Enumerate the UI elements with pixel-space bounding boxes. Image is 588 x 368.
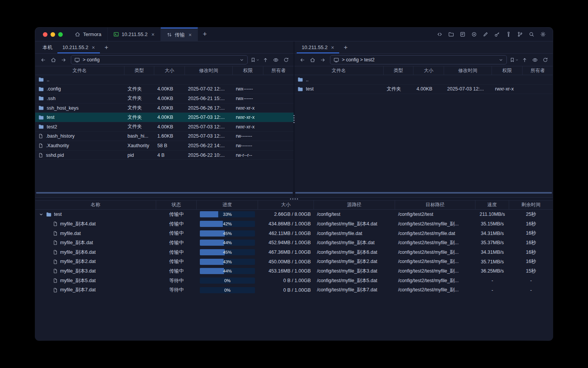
new-panel-tab-button[interactable]: + xyxy=(100,41,113,53)
close-tab-icon[interactable]: × xyxy=(92,45,95,50)
file-name: .bash_history xyxy=(46,133,75,139)
flashlight-icon[interactable] xyxy=(504,30,513,39)
panel-tab[interactable]: 本机 xyxy=(38,41,57,53)
titlebar-tab[interactable]: Termora xyxy=(69,28,108,41)
panel-tab-bar: 10.211.55.2×+ xyxy=(294,41,553,54)
folder-icon[interactable] xyxy=(446,30,456,39)
transfer-splitter[interactable] xyxy=(35,197,553,200)
column-header[interactable]: 修改时间 xyxy=(185,66,233,75)
file-row[interactable]: ssh_host_keys文件夹4.00KB2025-06-26 17:...r… xyxy=(35,104,294,113)
monitor-icon xyxy=(74,57,80,63)
column-header[interactable]: 文件名 xyxy=(35,66,124,75)
branch-icon[interactable] xyxy=(515,30,524,39)
home-button[interactable] xyxy=(49,55,58,64)
transfer-row[interactable]: myfile_副本.dat传输中44%452.94MB / 1.00GB/con… xyxy=(35,238,553,248)
column-header[interactable]: 名称 xyxy=(35,200,156,209)
column-header[interactable]: 状态 xyxy=(156,200,197,209)
close-tab-icon[interactable]: × xyxy=(331,45,334,50)
log-icon[interactable] xyxy=(458,30,467,39)
column-header[interactable]: 权限 xyxy=(492,66,523,75)
back-button[interactable] xyxy=(38,55,47,64)
column-header[interactable]: 大小 xyxy=(154,66,185,75)
refresh-button[interactable] xyxy=(281,55,291,64)
progress-label: 45% xyxy=(200,249,255,255)
column-header[interactable]: 文件名 xyxy=(294,66,384,75)
show-hidden-button[interactable] xyxy=(530,55,539,64)
column-header[interactable]: 修改时间 xyxy=(444,66,492,75)
transfer-target: /config/test2/test/myfile_副... xyxy=(395,276,475,286)
transfer-row[interactable]: myfile_副本6.dat传输中45%467.36MB / 1.00GB/co… xyxy=(35,248,553,257)
chevron-down-icon[interactable] xyxy=(239,58,244,62)
column-header[interactable]: 速度 xyxy=(475,200,509,209)
transfer-size: 0 B / 1.00GB xyxy=(258,286,314,295)
column-header[interactable]: 类型 xyxy=(124,66,154,75)
upload-button[interactable] xyxy=(261,55,270,64)
new-tab-button[interactable]: + xyxy=(198,28,212,41)
show-hidden-button[interactable] xyxy=(271,55,280,64)
splitter-grip-icon[interactable] xyxy=(290,199,298,200)
transfer-row[interactable]: test传输中33%2.66GB / 8.00GB/config/test/co… xyxy=(35,210,553,219)
column-header[interactable]: 大小 xyxy=(413,66,444,75)
file-row[interactable]: test文件夹4.00KB2025-07-03 12:...rwxr-xr-x xyxy=(35,113,294,122)
column-header[interactable]: 类型 xyxy=(384,66,413,75)
transfer-row[interactable]: myfile.dat传输中45%462.11MB / 1.00GB/config… xyxy=(35,228,553,238)
record-icon[interactable] xyxy=(469,30,479,39)
column-header[interactable]: 源路径 xyxy=(314,200,395,209)
home-button[interactable] xyxy=(308,55,317,64)
panel-tab[interactable]: 10.211.55.2× xyxy=(57,41,100,53)
transfer-target: /config/test2/test/myfile_副... xyxy=(395,248,475,257)
column-header[interactable]: 大小 xyxy=(258,200,314,209)
expand-chevron-icon[interactable] xyxy=(38,212,44,217)
column-header[interactable]: 所有者 xyxy=(523,66,553,75)
bookmark-button[interactable] xyxy=(510,55,519,64)
refresh-button[interactable] xyxy=(541,55,550,64)
close-tab-icon[interactable]: × xyxy=(189,32,192,38)
file-row[interactable]: .bash_historybash_hi...1.60KB2025-07-03 … xyxy=(35,132,294,141)
titlebar-tab[interactable]: 传输× xyxy=(161,28,198,41)
column-header[interactable]: 剩余时间 xyxy=(509,200,553,209)
column-header[interactable]: 权限 xyxy=(233,66,263,75)
file-row[interactable]: .. xyxy=(35,75,294,85)
path-field[interactable]: > config > test2 xyxy=(330,55,507,64)
file-row[interactable]: sshd.pidpid4 B2025-06-22 10:...rw-r--r-- xyxy=(35,151,294,160)
code-icon[interactable] xyxy=(435,30,444,39)
splitter-grip-icon[interactable] xyxy=(294,115,295,123)
file-row[interactable]: test2文件夹4.00KB2025-07-03 12:...rwxr-xr-x xyxy=(35,122,294,132)
forward-button[interactable] xyxy=(318,55,327,64)
transfer-row[interactable]: myfile_副本5.dat等待中0%0 B / 1.00GB/config/t… xyxy=(35,276,553,286)
titlebar-tab[interactable]: 10.211.55.2× xyxy=(108,28,161,41)
search-icon[interactable] xyxy=(527,30,536,39)
back-button[interactable] xyxy=(297,55,307,64)
transfer-row[interactable]: myfile_副本4.dat传输中42%434.86MB / 1.00GB/co… xyxy=(35,219,553,229)
new-panel-tab-button[interactable]: + xyxy=(339,41,352,53)
file-row[interactable]: test文件夹4.00KB2025-07-03 12:...rwxr-xr-x xyxy=(294,85,553,94)
file-row[interactable]: .config文件夹4.00KB2025-07-02 12:...rwx----… xyxy=(35,85,294,94)
file-row[interactable]: .ssh文件夹4.00KB2025-06-21 15:...rwx------ xyxy=(35,94,294,104)
panel-tab[interactable]: 10.211.55.2× xyxy=(297,41,339,53)
transfer-row[interactable]: myfile_副本7.dat等待中0%0 B / 1.00GB/config/t… xyxy=(35,286,553,295)
file-name: .. xyxy=(47,77,49,82)
column-header[interactable]: 进度 xyxy=(197,200,258,209)
horizontal-scrollbar[interactable] xyxy=(295,192,552,194)
key-icon[interactable] xyxy=(492,30,501,39)
bookmark-button[interactable] xyxy=(250,55,260,64)
column-header[interactable]: 目标路径 xyxy=(395,200,475,209)
transfer-speed: 211.10MB/s xyxy=(475,210,509,219)
file-row[interactable]: .XauthorityXauthority58 B2025-06-22 14:.… xyxy=(35,141,294,151)
chevron-down-icon[interactable] xyxy=(498,58,503,62)
upload-button[interactable] xyxy=(520,55,529,64)
path-field[interactable]: > config xyxy=(71,55,248,64)
close-tab-icon[interactable]: × xyxy=(151,32,154,37)
column-header[interactable]: 所有者 xyxy=(263,66,294,75)
transfer-row[interactable]: myfile_副本3.dat传输中44%453.16MB / 1.00GB/co… xyxy=(35,266,553,276)
zoom-window-button[interactable] xyxy=(58,32,63,37)
close-window-button[interactable] xyxy=(43,32,47,37)
file-row[interactable]: .. xyxy=(294,75,553,85)
settings-icon[interactable] xyxy=(538,30,547,39)
transfer-row[interactable]: myfile_副本2.dat传输中43%450.00MB / 1.00GB/co… xyxy=(35,257,553,266)
forward-button[interactable] xyxy=(59,55,68,64)
horizontal-scrollbar[interactable] xyxy=(36,192,293,194)
minimize-window-button[interactable] xyxy=(51,32,55,37)
file-owner xyxy=(263,141,294,150)
edit-icon[interactable] xyxy=(481,30,490,39)
